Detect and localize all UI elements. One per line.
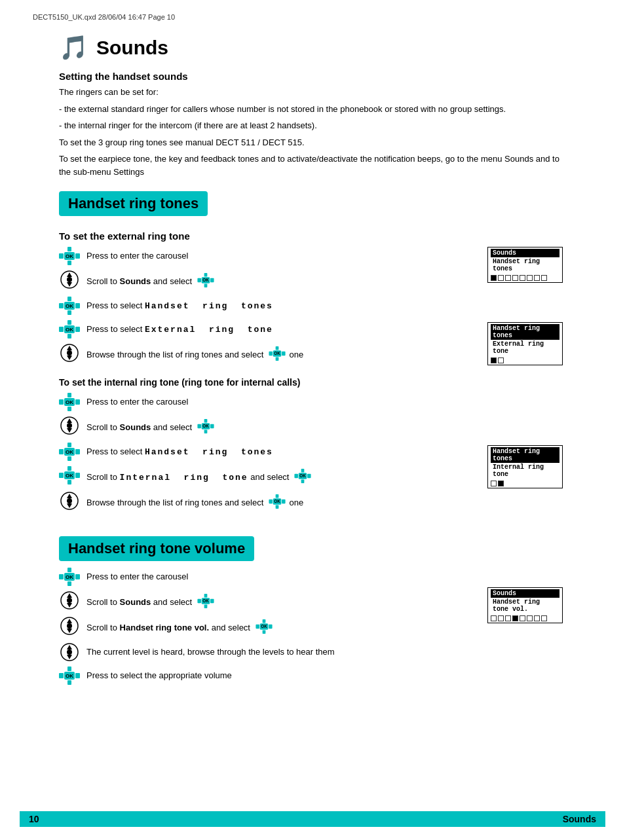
svg-rect-50 — [197, 424, 201, 428]
svg-rect-12 — [197, 278, 201, 282]
svg-rect-23 — [67, 334, 71, 338]
vol-step-5-text: Press to select the appropriate volume — [86, 667, 232, 682]
ext-step-4-text: Press to select External ring tone — [86, 320, 273, 337]
svg-rect-95 — [210, 598, 214, 602]
int-step-2: Scroll to Sounds and select OK — [59, 416, 474, 437]
svg-text:OK: OK — [66, 399, 73, 405]
svg-rect-68 — [295, 473, 299, 477]
svg-rect-92 — [204, 594, 207, 598]
svg-text:OK: OK — [66, 473, 73, 479]
scroll-button-icon-5 — [59, 344, 80, 362]
external-steps-list: OK Press to enter the carousel — [59, 247, 474, 369]
svg-rect-39 — [67, 407, 71, 411]
svg-rect-78 — [269, 500, 273, 503]
screen2: Handset ring tones External ring tone — [487, 322, 563, 365]
svg-rect-32 — [276, 346, 279, 350]
svg-rect-25 — [75, 327, 80, 332]
svg-rect-49 — [204, 430, 207, 434]
int-scroll-btn-2 — [59, 416, 80, 435]
svg-rect-94 — [197, 598, 201, 602]
screen-mockup-external: Sounds Handset ring tones — [487, 247, 566, 369]
svg-text:OK: OK — [66, 253, 73, 259]
nav-button-icon-1: OK — [59, 247, 80, 265]
screen4: Sounds Handset ring tone vol. — [487, 587, 563, 623]
section-heading: Setting the handset sounds — [59, 71, 566, 82]
internal-steps-list: OK Press to enter the carousel — [59, 393, 474, 518]
screen2-line1: External ring tone — [491, 340, 559, 356]
svg-point-111 — [67, 649, 72, 655]
svg-rect-103 — [262, 630, 265, 634]
svg-rect-63 — [75, 473, 80, 478]
svg-rect-67 — [301, 479, 305, 483]
svg-rect-38 — [67, 393, 71, 397]
svg-rect-105 — [269, 625, 273, 629]
nav-button-icon-3: OK — [59, 297, 80, 315]
screen4-dots — [491, 615, 559, 621]
int-step-1: OK Press to enter the carousel — [59, 393, 474, 411]
screen1-line1: Handset ring tones — [491, 257, 559, 273]
intro-text-5: To set the earpiece tone, the key and fe… — [59, 153, 566, 178]
int-step-5-text: Browse through the list of ring tones an… — [86, 492, 303, 513]
svg-rect-60 — [67, 466, 71, 471]
svg-rect-13 — [210, 278, 214, 282]
svg-point-91 — [67, 598, 72, 603]
int-step-2-text: Scroll to Sounds and select OK — [86, 416, 216, 437]
int-scroll-btn-5 — [59, 492, 80, 510]
footer-bar: 10 Sounds — [20, 811, 605, 827]
svg-rect-40 — [59, 399, 64, 405]
svg-rect-66 — [301, 469, 305, 473]
scroll-button-icon-1 — [59, 270, 80, 289]
svg-rect-24 — [59, 327, 64, 332]
svg-rect-69 — [307, 473, 311, 477]
svg-point-9 — [67, 277, 72, 282]
handset-ring-tones-banner: Handset ring tones — [59, 191, 208, 216]
svg-text:OK: OK — [202, 424, 209, 428]
svg-text:OK: OK — [274, 351, 280, 356]
int-nav-btn-1: OK — [59, 393, 80, 411]
svg-text:OK: OK — [202, 278, 209, 282]
handset-ring-volume-banner: Handset ring tone volume — [59, 536, 254, 561]
svg-rect-82 — [67, 568, 71, 572]
vol-nav-btn-1: OK — [59, 568, 80, 586]
screen3-line1: Internal ring tone — [491, 463, 559, 479]
svg-rect-104 — [256, 625, 259, 629]
vol-step-3-text: Scroll to Handset ring tone vol. and sel… — [86, 617, 274, 638]
screen-mockup-internal: Handset ring tones Internal ring tone — [487, 393, 566, 518]
svg-rect-18 — [59, 303, 64, 308]
svg-rect-11 — [204, 284, 207, 288]
footer-page-num: 10 — [29, 814, 39, 824]
vol-nav-btn-5: OK — [59, 667, 80, 685]
svg-rect-51 — [210, 424, 214, 428]
ext-step-3-text: Press to select Handset ring tones — [86, 297, 273, 313]
screen-mockup-volume: Sounds Handset ring tone vol. — [487, 568, 566, 690]
svg-rect-102 — [262, 619, 265, 623]
svg-rect-17 — [67, 310, 71, 315]
svg-rect-84 — [59, 574, 64, 579]
svg-rect-10 — [204, 273, 207, 277]
external-sub-heading: To set the external ring tone — [59, 230, 566, 242]
screen1: Sounds Handset ring tones — [487, 247, 563, 283]
vol-step-2: Scroll to Sounds and select OK — [59, 591, 474, 612]
nav-button-icon-4: OK — [59, 320, 80, 338]
screen3: Handset ring tones Internal ring tone — [487, 445, 563, 488]
ext-step-5-text: Browse through the list of ring tones an… — [86, 344, 303, 365]
ext-step-5: Browse through the list of ring tones an… — [59, 344, 474, 365]
svg-rect-85 — [75, 574, 80, 579]
svg-rect-57 — [75, 449, 80, 454]
svg-point-31 — [67, 350, 72, 356]
svg-text:OK: OK — [66, 327, 73, 333]
int-step-1-text: Press to enter the carousel — [86, 393, 188, 409]
svg-rect-1 — [67, 261, 71, 265]
svg-text:OK: OK — [261, 624, 267, 629]
svg-rect-115 — [75, 673, 80, 678]
svg-rect-0 — [67, 247, 71, 251]
svg-rect-54 — [67, 443, 71, 447]
screen2-dots — [491, 357, 559, 363]
ext-step-4: OK Press to select External ring tone — [59, 320, 474, 338]
svg-rect-56 — [59, 449, 64, 454]
page-title: Sounds — [96, 37, 168, 59]
int-step-3: OK Press to select Handset ring tones — [59, 443, 474, 461]
vol-scroll-btn-4 — [59, 643, 80, 661]
svg-text:OK: OK — [66, 673, 73, 679]
svg-rect-48 — [204, 419, 207, 423]
